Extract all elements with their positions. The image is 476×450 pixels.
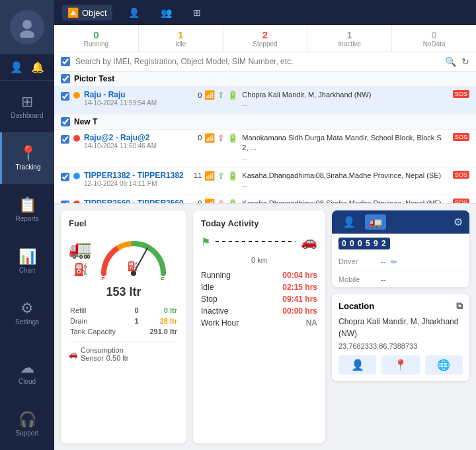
route-line	[216, 241, 296, 242]
vehicle-checkbox-v2[interactable]	[61, 135, 69, 144]
sidebar-item-support[interactable]: 🎧 Support	[0, 398, 54, 450]
idle-label: Idle	[201, 283, 214, 292]
vehicle-address-v4: Kasaha,Dhangadhimai08,Siraha,Madhe Provi…	[242, 199, 449, 204]
sidebar-item-reports[interactable]: 📋 Reports	[0, 184, 54, 236]
sidebar-item-dashboard[interactable]: ⊞ Dashboard	[0, 81, 54, 132]
tab-object-label: Object	[82, 8, 107, 18]
gps-icon-v1: ⇧	[218, 90, 225, 100]
avatar	[10, 10, 44, 44]
globe-button[interactable]: 🌐	[425, 355, 463, 375]
location-coords: 23.7682333,86.7388733	[338, 342, 463, 350]
signal-num-v4: 0	[191, 199, 202, 204]
tab-person[interactable]: 👤	[123, 5, 145, 21]
status-nodata[interactable]: 0 NoData	[392, 25, 476, 52]
fuel-icons: 🚛 ⛽	[69, 238, 92, 277]
tab-grid[interactable]: ⊞	[188, 5, 206, 21]
reports-icon: 📋	[19, 198, 36, 212]
locate-person-button[interactable]: 👤	[338, 355, 376, 375]
group-header-newt[interactable]: New T	[54, 114, 476, 130]
topbar: 🔼 Object 👤 👥 ⊞	[54, 0, 476, 25]
vehicle-name-v1: Raju - Raju	[84, 90, 187, 99]
status-stopped[interactable]: 2 Stopped	[223, 25, 308, 52]
svg-text:F: F	[161, 276, 165, 280]
drain-count: 1	[133, 316, 138, 326]
km-display: 0 km	[201, 256, 317, 264]
vehicle-checkbox-v1[interactable]	[61, 92, 69, 101]
signal-num-v1: 0	[191, 91, 202, 99]
running-value: 00:04 hrs	[282, 271, 317, 280]
battery-icon-v2: 🔋	[227, 133, 238, 143]
table-row[interactable]: TIPPER2560 - TIPPER2560 14-10-2024 11:53…	[54, 195, 476, 204]
gps-icon-v4: ⇧	[218, 199, 225, 204]
sos-badge-v2: SOS	[453, 133, 469, 141]
gear-icon[interactable]: ⚙	[454, 216, 463, 228]
table-row[interactable]: Raju - Raju 14-10-2024 11:59:54 AM 0 📶 ⇧…	[54, 87, 476, 114]
svg-point-0	[22, 20, 32, 29]
fuel-pump-icon: ⛽	[73, 262, 88, 277]
fuel-value: 153 ltr	[69, 285, 178, 299]
nodata-label: NoData	[395, 40, 473, 48]
car-icon: 🚗	[301, 234, 317, 249]
activity-stats: Running 00:04 hrs Idle 02:15 hrs Stop 09…	[201, 269, 317, 329]
vehicle-address-v2: Manokamana Sidh Durga Mata Mandir, Schoo…	[242, 133, 449, 163]
consumption-label: Consumption	[81, 346, 129, 354]
running-count: 0	[57, 29, 136, 40]
group-checkbox-pictor[interactable]	[61, 74, 70, 83]
sidebar-item-tracking[interactable]: 📍 Tracking	[0, 132, 54, 184]
user-icon[interactable]: 👤	[10, 61, 23, 73]
tank-capacity-label: Tank Capacity	[70, 327, 132, 336]
sidebar-item-cloud[interactable]: ☁ Cloud	[0, 347, 54, 398]
add-location-button[interactable]: 📍	[381, 355, 419, 375]
vehicle-info-v4: TIPPER2560 - TIPPER2560 14-10-2024 11:53…	[84, 199, 187, 204]
sidebar-item-label-dashboard: Dashboard	[11, 112, 44, 119]
table-row[interactable]: TIPPER1382 - TIPPER1382 12-10-2024 08:14…	[54, 167, 476, 195]
refill-amount: 0 ltr	[140, 306, 177, 315]
mobile-value: --	[381, 275, 385, 283]
status-running[interactable]: 0 Running	[54, 25, 139, 52]
location-actions: 👤 📍 🌐	[338, 355, 463, 375]
status-idle[interactable]: 1 Idle	[139, 25, 223, 52]
sidebar-item-settings[interactable]: ⚙ Settings	[0, 287, 54, 339]
person-tab-icon: 👤	[128, 7, 139, 18]
svg-point-5	[131, 271, 136, 276]
tab-group[interactable]: 👥	[155, 5, 177, 21]
detail-header: 👤 🚛 ⚙	[332, 210, 469, 234]
status-inactive[interactable]: 1 Inactive	[307, 25, 392, 52]
stopped-label: Stopped	[226, 40, 305, 48]
search-bar: 🔍 ↻	[54, 52, 476, 71]
detail-panel: 👤 🚛 ⚙ 0 0 0 5 9 2 Driver -- ✏ Mobile	[332, 210, 469, 287]
driver-edit-icon[interactable]: ✏	[391, 257, 397, 267]
table-row[interactable]: Raju@2 - Raju@2 14-10-2024 11:50:46 AM 0…	[54, 130, 476, 167]
search-input[interactable]	[75, 57, 440, 66]
search-icon[interactable]: 🔍	[445, 56, 456, 67]
sos-badge-v3: SOS	[453, 171, 469, 179]
refresh-icon[interactable]: ↻	[461, 56, 469, 67]
sidebar-item-chart[interactable]: 📊 Chart	[0, 236, 54, 287]
detail-tab-vehicle[interactable]: 🚛	[365, 214, 386, 230]
vehicle-signals-v4: 0 📶 ⇧ 🔋	[191, 199, 238, 204]
vehicle-signals-v2: 0 📶 ⇧ 🔋	[191, 133, 238, 143]
drain-label: Drain	[70, 316, 132, 326]
sos-badge-v4: SOS	[453, 199, 469, 204]
sos-badge-v1: SOS	[453, 90, 469, 98]
tab-object[interactable]: 🔼 Object	[62, 5, 112, 21]
wifi-icon-v3: 📶	[204, 171, 215, 181]
battery-icon-v1: 🔋	[227, 90, 238, 100]
group-header-pictor[interactable]: Pictor Test	[54, 71, 476, 87]
workhour-label: Work Hour	[201, 318, 239, 328]
bell-icon[interactable]: 🔔	[31, 61, 44, 73]
consumption-row: 🚗 Consumption Sensor 0.50 ltr	[69, 341, 178, 362]
stopped-count: 2	[226, 29, 305, 40]
wifi-icon-v2: 📶	[204, 133, 215, 143]
detail-tab-person[interactable]: 👤	[338, 214, 360, 230]
list-item: Idle 02:15 hrs	[201, 281, 317, 293]
vehicle-name-v4: TIPPER2560 - TIPPER2560	[84, 199, 187, 204]
svg-point-1	[20, 30, 34, 38]
group-checkbox-newt[interactable]	[61, 117, 70, 126]
cloud-icon: ☁	[20, 361, 34, 375]
list-item: Work Hour NA	[201, 317, 317, 329]
copy-icon[interactable]: ⧉	[456, 300, 463, 312]
vehicle-time-v1: 14-10-2024 11:59:54 AM	[84, 99, 187, 107]
vehicle-checkbox-v3[interactable]	[61, 173, 69, 181]
search-all-checkbox[interactable]	[61, 57, 70, 66]
